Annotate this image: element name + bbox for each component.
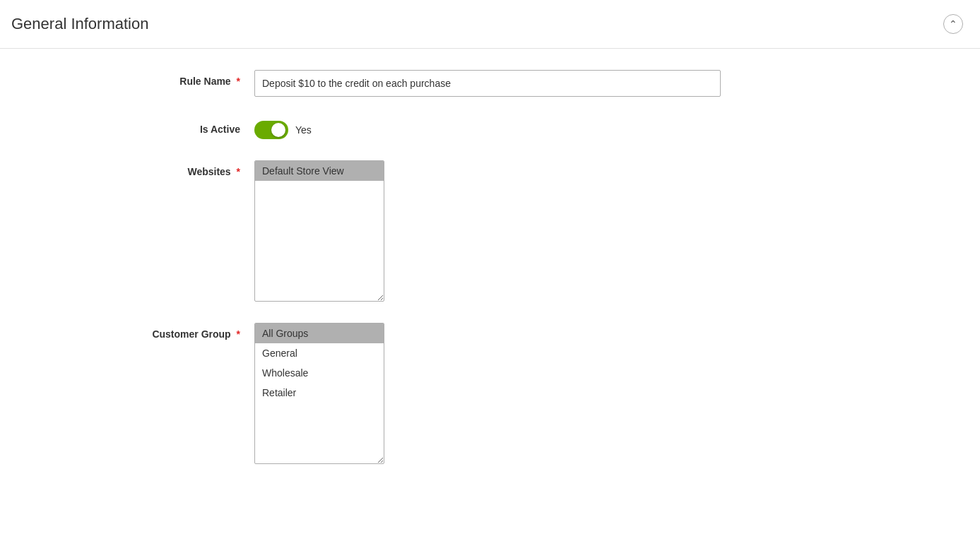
websites-control-wrap: Default Store View <box>254 160 749 302</box>
websites-select[interactable]: Default Store View <box>254 160 384 302</box>
is-active-control-wrap: Yes <box>254 118 749 139</box>
cg-option-all-groups[interactable]: All Groups <box>255 324 384 343</box>
required-star: * <box>237 76 240 87</box>
toggle-switch[interactable] <box>254 121 288 139</box>
section-title: General Information <box>11 15 148 33</box>
toggle-wrap: Yes <box>254 118 749 139</box>
cg-option-retailer[interactable]: Retailer <box>255 383 384 403</box>
rule-name-control-wrap <box>254 70 749 97</box>
toggle-slider <box>254 121 288 139</box>
cg-option-wholesale[interactable]: Wholesale <box>255 363 384 383</box>
required-star-cg: * <box>237 328 240 340</box>
customer-group-control-wrap: All Groups General Wholesale Retailer <box>254 323 749 464</box>
rule-name-row: Rule Name * <box>0 70 980 97</box>
is-active-label: Is Active <box>14 118 254 135</box>
customer-group-row: Customer Group * All Groups General Whol… <box>0 323 980 464</box>
toggle-state-label: Yes <box>295 124 312 136</box>
rule-name-label: Rule Name * <box>14 70 254 87</box>
websites-option-default[interactable]: Default Store View <box>255 161 384 181</box>
customer-group-select[interactable]: All Groups General Wholesale Retailer <box>254 323 384 464</box>
collapse-button[interactable]: ⌃ <box>943 14 963 34</box>
is-active-row: Is Active Yes <box>0 118 980 139</box>
websites-row: Websites * Default Store View <box>0 160 980 302</box>
rule-name-input[interactable] <box>254 70 721 97</box>
cg-option-general[interactable]: General <box>255 343 384 363</box>
page-container: General Information ⌃ Rule Name * Is Act… <box>0 0 980 546</box>
required-star-websites: * <box>237 166 240 177</box>
customer-group-label: Customer Group * <box>14 323 254 340</box>
form-body: Rule Name * Is Active Yes <box>0 49 980 506</box>
chevron-up-icon: ⌃ <box>949 18 957 30</box>
websites-label: Websites * <box>14 160 254 177</box>
section-header: General Information ⌃ <box>0 0 980 49</box>
